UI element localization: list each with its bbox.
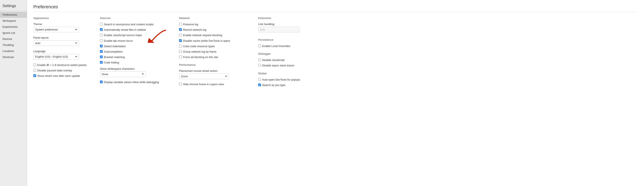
checkbox-show-whats-new: Show what's new after each update <box>33 74 92 78</box>
debugger-subsection: Debugger Disable JavaScript Disable asyn… <box>258 52 316 67</box>
checkbox-detect-indent-input[interactable] <box>100 45 103 47</box>
checkbox-cmd-switch: Enable ⌘ + 1-9 shortcut to switch panels <box>33 63 92 67</box>
sidebar-title: Settings <box>0 0 27 11</box>
checkbox-preserve-log: Preserve log <box>179 23 250 26</box>
checkbox-color-code: Color-code resource types <box>179 44 250 48</box>
checkbox-anon-search-input[interactable] <box>100 23 103 26</box>
debugger-section-title: Debugger <box>258 52 316 55</box>
checkbox-bracket-match-label[interactable]: Bracket matching <box>104 55 125 59</box>
checkbox-autocompletion: Autocompletion <box>100 50 171 54</box>
checkbox-hide-chrome-frame-label[interactable]: Hide chrome frame in Layers view <box>183 82 224 86</box>
checkbox-record-log-label[interactable]: Record network log <box>183 28 206 32</box>
checkbox-bracket-match-input[interactable] <box>100 56 103 58</box>
checkbox-cmd-switch-label[interactable]: Enable ⌘ + 1-9 shortcut to switch panels <box>37 63 86 67</box>
checkbox-autocompletion-label[interactable]: Autocompletion <box>104 50 123 54</box>
checkbox-code-folding-label[interactable]: Code folding <box>104 61 119 64</box>
theme-label: Theme: <box>33 23 92 26</box>
performance-subsection: Performance Flamechart mouse wheel actio… <box>179 63 250 86</box>
network-section-title: Network <box>179 17 250 20</box>
sidebar-item-experiments[interactable]: Experiments <box>0 24 27 30</box>
checkbox-show-whats-new-input[interactable] <box>33 74 36 77</box>
checkbox-network-blocking: Enable network request blocking <box>179 33 250 37</box>
panel-layout-select[interactable]: auto horizontal vertical <box>33 40 79 46</box>
panel-layout-label: Panel layout: <box>33 36 92 39</box>
checkbox-hide-chrome-frame-input[interactable] <box>179 83 182 85</box>
sidebar-item-shortcuts[interactable]: Shortcuts <box>0 54 27 60</box>
checkbox-detect-indent-label[interactable]: Detect indentation <box>104 44 126 48</box>
checkbox-auto-open: Auto-open DevTools for popups <box>258 78 316 82</box>
language-label: Language: <box>33 50 92 53</box>
checkbox-show-whats-new-label[interactable]: Show what's new after each update <box>37 74 80 78</box>
checkbox-detect-indent: Detect indentation <box>100 44 171 48</box>
flamechart-label: Flamechart mouse wheel action: <box>179 69 250 72</box>
checkbox-tab-focus-input[interactable] <box>100 39 103 42</box>
checkbox-local-overrides-input[interactable] <box>258 44 261 47</box>
performance-section-title: Performance <box>179 63 250 66</box>
checkbox-disable-cache: Disable cache (while DevTools is open) <box>179 39 250 43</box>
checkbox-force-ad-label[interactable]: Force ad blocking on this site <box>183 55 218 59</box>
checkbox-color-code-label[interactable]: Color-code resource types <box>183 44 215 48</box>
checkbox-code-folding: Code folding <box>100 61 171 64</box>
persistence-section-title: Persistence <box>258 38 316 41</box>
checkbox-preserve-log-input[interactable] <box>179 23 182 26</box>
link-handling-label: Link handling: <box>258 23 316 26</box>
sources-section: Sources Search in anonymous and content … <box>100 16 171 89</box>
whitespace-select[interactable]: None All Trailing <box>100 71 146 77</box>
checkbox-source-maps-label[interactable]: Enable JavaScript source maps <box>104 33 142 37</box>
checkbox-group-frame-label[interactable]: Group network log by frame <box>183 50 216 54</box>
checkbox-reveal-files-label[interactable]: Automatically reveal files in sidebar <box>104 28 146 32</box>
checkbox-local-overrides-label[interactable]: Enable Local Overrides <box>262 44 290 48</box>
checkbox-cmd-switch-input[interactable] <box>33 63 36 66</box>
sidebar-item-throttling[interactable]: Throttling <box>0 42 27 48</box>
checkbox-disable-async-input[interactable] <box>258 64 261 67</box>
link-handling-input[interactable] <box>258 27 300 32</box>
sidebar: Settings PreferencesWorkspaceExperiments… <box>0 0 27 186</box>
checkbox-reveal-files-input[interactable] <box>100 28 103 31</box>
checkbox-record-log-input[interactable] <box>179 28 182 31</box>
sidebar-item-locations[interactable]: Locations <box>0 48 27 54</box>
sidebar-item-workspace[interactable]: Workspace <box>0 18 27 24</box>
sources-section-title: Sources <box>100 17 171 20</box>
checkbox-disable-overlay-input[interactable] <box>33 69 36 72</box>
checkbox-inline-debug-input[interactable] <box>100 80 103 83</box>
checkbox-network-blocking-label[interactable]: Enable network request blocking <box>183 33 222 37</box>
checkbox-disable-js-input[interactable] <box>258 58 261 61</box>
checkbox-force-ad-input[interactable] <box>179 56 182 58</box>
sidebar-item-preferences[interactable]: Preferences <box>0 12 27 18</box>
checkbox-disable-cache-label[interactable]: Disable cache (while DevTools is open) <box>183 39 230 43</box>
sidebar-item-ignore-list[interactable]: Ignore List <box>0 30 27 36</box>
checkbox-disable-async: Disable async stack traces <box>258 64 316 67</box>
checkbox-force-ad: Force ad blocking on this site <box>179 55 250 59</box>
checkbox-search-type-input[interactable] <box>258 83 261 86</box>
extension-section-title: Extension <box>258 17 316 20</box>
persistence-subsection: Persistence Enable Local Overrides <box>258 38 316 48</box>
theme-select[interactable]: System preference Light Dark <box>33 27 79 32</box>
checkbox-search-type-label[interactable]: Search as you type <box>262 83 285 87</box>
checkbox-disable-js: Disable JavaScript <box>258 58 316 62</box>
checkbox-auto-open-label[interactable]: Auto-open DevTools for popups <box>262 78 300 82</box>
checkbox-preserve-log-label[interactable]: Preserve log <box>183 23 198 26</box>
checkbox-autocompletion-input[interactable] <box>100 50 103 53</box>
checkbox-disable-cache-input[interactable] <box>179 39 182 42</box>
checkbox-network-blocking-input[interactable] <box>179 34 182 36</box>
checkbox-inline-debug-label[interactable]: Display variable values inline while deb… <box>104 80 159 84</box>
checkbox-source-maps: Enable JavaScript source maps <box>100 33 171 37</box>
settings-grid: Appearance Theme: System preference Ligh… <box>33 16 638 89</box>
checkbox-inline-debug: Display variable values inline while deb… <box>100 80 171 84</box>
checkbox-disable-js-label[interactable]: Disable JavaScript <box>262 58 285 62</box>
checkbox-search-type: Search as you type <box>258 83 316 87</box>
checkbox-disable-async-label[interactable]: Disable async stack traces <box>262 64 294 67</box>
checkbox-group-frame-input[interactable] <box>179 50 182 53</box>
flamechart-select[interactable]: Zoom Scroll <box>179 73 229 79</box>
page-title: Preferences <box>33 4 638 12</box>
checkbox-auto-open-input[interactable] <box>258 78 261 81</box>
checkbox-tab-focus-label[interactable]: Enable tab moves focus <box>104 39 133 43</box>
checkbox-local-overrides: Enable Local Overrides <box>258 44 316 48</box>
checkbox-source-maps-input[interactable] <box>100 34 103 36</box>
language-select[interactable]: English (US) - English (US) <box>33 54 79 59</box>
sidebar-item-devices[interactable]: Devices <box>0 36 27 42</box>
checkbox-code-folding-input[interactable] <box>100 61 103 64</box>
checkbox-disable-overlay-label[interactable]: Disable paused state overlay <box>37 69 72 72</box>
checkbox-anon-search-label[interactable]: Search in anonymous and content scripts <box>104 23 154 26</box>
checkbox-color-code-input[interactable] <box>179 45 182 47</box>
